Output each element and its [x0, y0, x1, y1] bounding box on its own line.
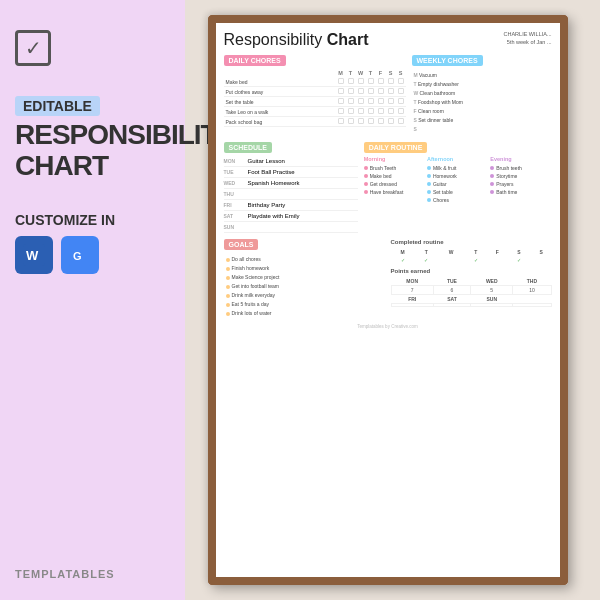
schedule-day-label: FRI — [224, 202, 244, 208]
evening-header: Evening — [490, 156, 551, 162]
points-day-header2 — [513, 295, 551, 304]
chore-day-cell — [336, 87, 346, 97]
completed-check-cell: ✓ — [415, 256, 438, 264]
completed-check-cell: ✓ — [464, 256, 487, 264]
evening-item: Prayers — [490, 180, 551, 188]
routine-dot — [364, 166, 368, 170]
schedule-day-row: WEDSpanish Homework — [224, 178, 358, 189]
points-value-cell: 10 — [513, 286, 551, 295]
completed-day-header: W — [438, 248, 464, 256]
bottom-section: GOALS Do all choresFinish homeworkMake S… — [224, 239, 552, 320]
points-day-header2: SAT — [433, 295, 470, 304]
chores-grid: M T W T F S S Make bedPut clothes awaySe… — [224, 69, 406, 127]
right-panel: Responsibility Chart CHARLIE WILLIA... 5… — [185, 0, 600, 600]
morning-item: Brush Teeth — [364, 164, 425, 172]
doc-title-normal: Responsibility — [224, 31, 323, 48]
schedule-day-row: MONGuitar Lesson — [224, 156, 358, 167]
doc-inner: Responsibility Chart CHARLIE WILLIA... 5… — [216, 23, 560, 577]
schedule-activity: Birthday Party — [248, 202, 286, 208]
chore-day-cell — [346, 117, 356, 127]
weekly-list: M VacuumT Empty dishwasherW Clean bathro… — [412, 69, 552, 136]
points-value-cell2 — [391, 304, 433, 307]
points-label: Points earned — [391, 268, 431, 274]
routine-dot — [427, 190, 431, 194]
footer-brand: Templatables by Creative.com — [224, 324, 552, 329]
routine-dot — [427, 198, 431, 202]
doc-header: Responsibility Chart CHARLIE WILLIA... 5… — [224, 31, 552, 49]
points-value-cell: 5 — [471, 286, 513, 295]
chore-day-cell — [346, 77, 356, 87]
points-earned-section: Points earned MONTUEWEDTHD 76510 FRISATS… — [391, 268, 552, 307]
points-value-cell2 — [433, 304, 470, 307]
morning-item: Make bed — [364, 172, 425, 180]
title-line2: CHART — [15, 151, 108, 182]
check-mark: ✓ — [424, 257, 428, 263]
points-day-header2: SUN — [471, 295, 513, 304]
points-day-header: TUE — [433, 277, 470, 286]
completed-check-cell: ✓ — [391, 256, 415, 264]
chore-day-cell — [366, 87, 376, 97]
chore-day-cell — [396, 87, 406, 97]
routine-morning-col: Morning Brush TeethMake bedGet dressedHa… — [364, 156, 425, 204]
frame-bottom — [208, 577, 568, 585]
schedule-header: SCHEDULE — [224, 142, 273, 153]
chore-day-cell — [366, 107, 376, 117]
left-panel: ✓ EDITABLE RESPONSIBILITY CHART CUSTOMIZ… — [0, 0, 185, 600]
weekly-chores-table: WEEKLY CHORES M VacuumT Empty dishwasher… — [412, 55, 552, 136]
chore-row: Take Leo on a walk — [224, 107, 406, 117]
completed-section: Completed routine MTWTFSS ✓✓✓✓ — [391, 239, 552, 264]
user-week: 5th week of Jan ... — [504, 39, 552, 47]
points-day-header: THD — [513, 277, 551, 286]
morning-item: Have breakfast — [364, 188, 425, 196]
daily-chores-header: DAILY CHORES — [224, 55, 286, 66]
middle-section: SCHEDULE MONGuitar LessonTUEFoot Ball Pr… — [224, 142, 552, 233]
weekly-chore-item: M Vacuum — [414, 71, 550, 80]
completed-day-header: M — [391, 248, 415, 256]
afternoon-items: Milk & fruitHomeworkGuitarSet tableChore… — [427, 164, 488, 204]
editable-tag: EDITABLE — [15, 96, 100, 120]
chore-day-cell — [396, 117, 406, 127]
goal-item: Drink milk everyday — [226, 291, 383, 300]
routine-dot — [490, 166, 494, 170]
routine-dot — [490, 174, 494, 178]
goals-header: GOALS — [224, 239, 259, 250]
afternoon-item: Homework — [427, 172, 488, 180]
app-icons: W G — [15, 236, 115, 274]
schedule-day-row: FRIBirthday Party — [224, 200, 358, 211]
completed-day-header: F — [488, 248, 508, 256]
completed-check-cell: ✓ — [507, 256, 530, 264]
routine-columns: Morning Brush TeethMake bedGet dressedHa… — [364, 156, 552, 204]
completed-check-cell — [488, 256, 508, 264]
weekly-chore-item: F Clean room — [414, 107, 550, 116]
chore-day-cell — [376, 117, 386, 127]
schedule-day-row: TUEFoot Ball Practise — [224, 167, 358, 178]
chore-day-cell — [396, 97, 406, 107]
chore-day-cell — [386, 77, 396, 87]
chore-day-cell — [386, 117, 396, 127]
schedule-day-label: MON — [224, 158, 244, 164]
weekly-chores-header: WEEKLY CHORES — [412, 55, 483, 66]
goals-list: Do all choresFinish homeworkMake Science… — [224, 253, 385, 320]
chore-day-cell — [366, 117, 376, 127]
chore-day-cell — [356, 77, 366, 87]
docs-icon: G — [61, 236, 99, 274]
chore-day-cell — [386, 97, 396, 107]
goal-dot — [226, 258, 230, 262]
routine-afternoon-col: Afternoon Milk & fruitHomeworkGuitarSet … — [427, 156, 488, 204]
schedule-activity: Guitar Lesson — [248, 158, 285, 164]
chore-name: Pack school bag — [224, 117, 336, 127]
user-name: CHARLIE WILLIA... — [504, 31, 552, 39]
chore-day-cell — [376, 97, 386, 107]
schedule-day-row: THU — [224, 189, 358, 200]
routine-dot — [364, 190, 368, 194]
completed-day-header: S — [507, 248, 530, 256]
weekly-chore-item: W Clean bathroom — [414, 89, 550, 98]
check-mark: ✓ — [517, 257, 521, 263]
schedule-activity: Spanish Homework — [248, 180, 300, 186]
customize-label: CUSTOMIZE IN — [15, 212, 115, 228]
points-section: Completed routine MTWTFSS ✓✓✓✓ — [391, 239, 552, 320]
points-grid: MONTUEWEDTHD 76510 FRISATSUN — [391, 277, 552, 307]
goal-dot — [226, 267, 230, 271]
chore-row: Pack school bag — [224, 117, 406, 127]
routine-dot — [427, 166, 431, 170]
